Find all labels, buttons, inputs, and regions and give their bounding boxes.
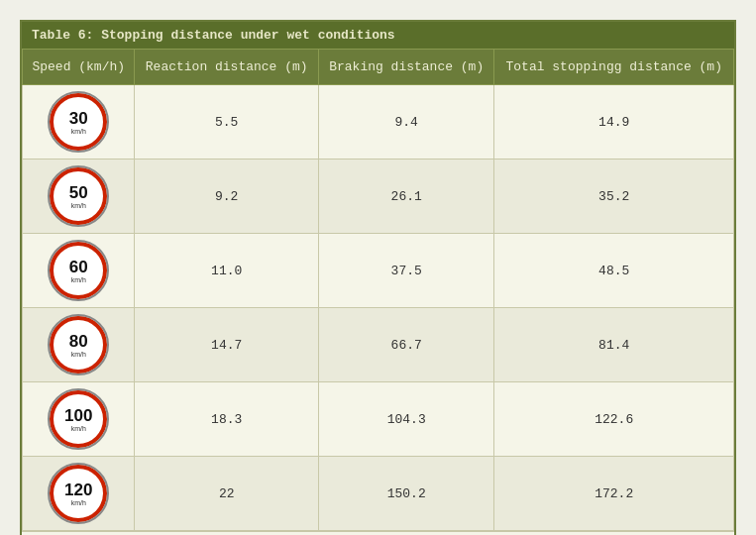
speed-unit: km/h <box>71 351 86 358</box>
table-container: Table 6: Stopping distance under wet con… <box>20 20 736 535</box>
speed-cell: 50km/h <box>23 160 135 234</box>
speed-sign: 100km/h <box>50 390 107 448</box>
reaction-distance: 5.5 <box>135 85 318 160</box>
braking-distance: 37.5 <box>318 234 494 308</box>
speed-number: 30 <box>69 110 88 127</box>
reaction-distance: 18.3 <box>135 382 318 457</box>
braking-distance: 9.4 <box>318 85 494 160</box>
header-speed: Speed (km/h) <box>23 50 135 85</box>
speed-cell: 60km/h <box>23 234 135 308</box>
braking-distance: 104.3 <box>318 382 494 457</box>
stopping-distance-table: Speed (km/h) Reaction distance (m) Braki… <box>22 49 734 531</box>
speed-cell: 120km/h <box>23 457 135 531</box>
table-row: 80km/h14.766.781.4 <box>23 308 734 382</box>
table-row: 120km/h22150.2172.2 <box>23 457 734 531</box>
table-row: 50km/h9.226.135.2 <box>23 160 734 234</box>
source-citation: Source Transport Research Laboratory, UK… <box>22 531 734 535</box>
speed-sign: 50km/h <box>50 167 107 225</box>
speed-cell: 100km/h <box>23 382 135 457</box>
reaction-distance: 11.0 <box>135 234 318 308</box>
reaction-distance: 14.7 <box>135 308 318 382</box>
total-stopping-distance: 172.2 <box>494 457 734 531</box>
total-stopping-distance: 81.4 <box>494 308 734 382</box>
braking-distance: 150.2 <box>318 457 494 531</box>
speed-sign: 80km/h <box>50 316 107 374</box>
total-stopping-distance: 14.9 <box>494 85 734 160</box>
speed-sign: 60km/h <box>50 242 107 299</box>
table-row: 60km/h11.037.548.5 <box>23 234 734 308</box>
table-row: 30km/h5.59.414.9 <box>23 85 734 160</box>
speed-unit: km/h <box>71 128 86 135</box>
speed-sign: 30km/h <box>50 93 107 151</box>
total-stopping-distance: 35.2 <box>494 160 734 234</box>
speed-number: 100 <box>64 407 92 424</box>
speed-unit: km/h <box>71 276 86 283</box>
speed-unit: km/h <box>71 202 86 209</box>
speed-unit: km/h <box>71 425 86 432</box>
header-braking: Braking distance (m) <box>318 50 494 85</box>
reaction-distance: 22 <box>135 457 318 531</box>
speed-number: 120 <box>64 482 92 498</box>
reaction-distance: 9.2 <box>135 160 318 234</box>
speed-cell: 80km/h <box>23 308 135 382</box>
speed-number: 50 <box>69 184 88 201</box>
header-total: Total stoppingg distance (m) <box>494 50 734 85</box>
speed-number: 60 <box>69 259 88 275</box>
speed-unit: km/h <box>71 499 86 506</box>
braking-distance: 26.1 <box>318 160 494 234</box>
total-stopping-distance: 122.6 <box>494 382 734 457</box>
table-caption: Table 6: Stopping distance under wet con… <box>22 22 734 49</box>
speed-number: 80 <box>69 333 88 350</box>
total-stopping-distance: 48.5 <box>494 234 734 308</box>
table-row: 100km/h18.3104.3122.6 <box>23 382 734 457</box>
braking-distance: 66.7 <box>318 308 494 382</box>
speed-sign: 120km/h <box>50 465 107 522</box>
speed-cell: 30km/h <box>23 85 135 160</box>
header-reaction: Reaction distance (m) <box>135 50 318 85</box>
